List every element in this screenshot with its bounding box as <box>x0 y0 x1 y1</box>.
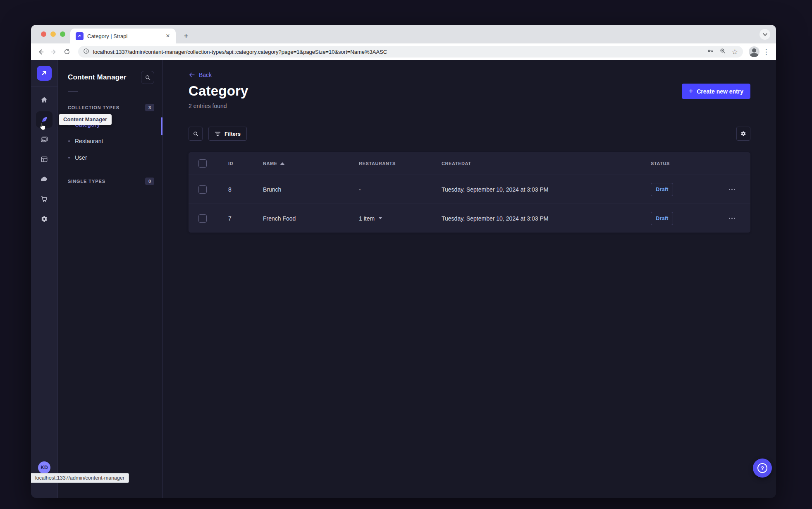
entries-table: ID NAME RESTAURANTS CREATEDAT STATUS 8 B… <box>189 152 750 233</box>
status-badge: Draft <box>651 183 673 196</box>
cell-createdat: Tuesday, September 10, 2024 at 3:03 PM <box>442 215 651 222</box>
site-info-icon[interactable] <box>83 48 89 56</box>
strapi-favicon <box>76 32 84 40</box>
strapi-app: KD Content Manager COLLECTION TYPES 3 Ca… <box>31 60 776 498</box>
filter-icon <box>215 131 221 137</box>
chevron-down-icon <box>379 217 382 219</box>
bullet-icon <box>68 140 70 142</box>
back-link[interactable]: Back <box>189 72 212 78</box>
browser-window: Category | Strapi × + localhost:1337/adm… <box>31 25 776 498</box>
single-types-label: SINGLE TYPES <box>68 179 105 184</box>
entries-count: 2 entries found <box>189 103 248 109</box>
browser-profile-avatar[interactable] <box>749 46 759 57</box>
reload-icon[interactable] <box>62 46 72 57</box>
nav-media-library[interactable] <box>34 130 54 149</box>
cell-restaurants-expand[interactable]: 1 item <box>359 215 442 222</box>
new-tab-button[interactable]: + <box>181 31 191 41</box>
nav-settings[interactable] <box>34 209 54 229</box>
cell-restaurants: - <box>359 186 442 193</box>
gear-icon <box>740 130 747 137</box>
user-avatar[interactable]: KD <box>38 461 50 474</box>
header-createdat[interactable]: CREATEDAT <box>442 161 651 166</box>
row-checkbox[interactable] <box>198 185 207 194</box>
row-actions-button[interactable] <box>713 189 750 190</box>
rail-divider <box>31 86 57 86</box>
tab-title: Category | Strapi <box>87 33 160 39</box>
mouse-cursor <box>38 122 46 132</box>
page-title: Category <box>189 83 248 99</box>
plus-icon: + <box>689 87 693 94</box>
link-preview-status-bar: localhost:1337/admin/content-manager <box>31 473 129 483</box>
cell-id: 8 <box>228 186 263 193</box>
table-row[interactable]: 8 Brunch - Tuesday, September 10, 2024 a… <box>189 175 750 204</box>
select-all-checkbox[interactable] <box>198 159 207 168</box>
subnav-item-user[interactable]: User <box>58 149 162 166</box>
password-key-icon[interactable] <box>707 47 714 56</box>
table-header-row: ID NAME RESTAURANTS CREATEDAT STATUS <box>189 152 750 175</box>
browser-menu-icon[interactable]: ⋮ <box>762 48 770 56</box>
cell-name: French Food <box>263 215 359 222</box>
bookmark-star-icon[interactable]: ☆ <box>732 48 738 55</box>
maximize-window-button[interactable] <box>60 31 65 37</box>
minimize-window-button[interactable] <box>50 31 56 37</box>
cell-id: 7 <box>228 215 263 222</box>
single-types-count-badge: 0 <box>145 178 154 185</box>
collection-types-label: COLLECTION TYPES <box>68 105 119 110</box>
close-tab-icon[interactable]: × <box>164 32 172 40</box>
cell-name: Brunch <box>263 186 359 193</box>
subnav-title: Content Manager <box>68 73 127 82</box>
create-new-entry-button[interactable]: + Create new entry <box>682 84 750 99</box>
filters-button[interactable]: Filters <box>208 127 247 141</box>
row-checkbox[interactable] <box>198 214 207 223</box>
nav-cloud[interactable] <box>34 169 54 189</box>
omnibox-icons: ☆ <box>707 47 738 56</box>
nav-home[interactable] <box>34 90 54 110</box>
nav-content-type-builder[interactable] <box>34 149 54 169</box>
subnav-divider <box>68 91 78 92</box>
table-row[interactable]: 7 French Food 1 item Tuesday, September … <box>189 204 750 233</box>
close-window-button[interactable] <box>41 31 46 37</box>
header-restaurants[interactable]: RESTAURANTS <box>359 161 442 166</box>
url-text[interactable]: localhost:1337/admin/content-manager/col… <box>93 49 703 55</box>
header-name[interactable]: NAME <box>263 161 359 166</box>
nav-tooltip: Content Manager <box>59 114 112 125</box>
browser-tab[interactable]: Category | Strapi × <box>70 29 176 43</box>
url-bar[interactable]: localhost:1337/admin/content-manager/col… <box>78 46 743 58</box>
zoom-icon[interactable] <box>719 48 726 56</box>
forward-icon[interactable] <box>48 46 59 57</box>
active-item-indicator <box>161 117 162 135</box>
row-actions-button[interactable] <box>713 218 750 219</box>
status-badge: Draft <box>651 212 673 225</box>
main-content: Back Category 2 entries found + Create n… <box>163 60 776 498</box>
nav-marketplace[interactable] <box>34 189 54 209</box>
back-icon[interactable] <box>35 46 46 57</box>
strapi-logo[interactable] <box>37 66 52 81</box>
window-controls <box>41 31 65 37</box>
question-mark-icon: ? <box>757 463 767 473</box>
search-button[interactable] <box>189 127 203 141</box>
bullet-icon <box>68 157 70 158</box>
tab-search-button[interactable] <box>759 29 770 40</box>
help-button[interactable]: ? <box>753 459 772 478</box>
sort-asc-icon <box>280 162 284 165</box>
cell-createdat: Tuesday, September 10, 2024 at 3:03 PM <box>442 186 651 193</box>
back-arrow-icon <box>189 72 195 78</box>
tab-strip: Category | Strapi × + <box>31 25 776 43</box>
subnav-item-restaurant[interactable]: Restaurant <box>58 133 162 149</box>
header-id[interactable]: ID <box>228 161 263 166</box>
browser-toolbar: localhost:1337/admin/content-manager/col… <box>31 43 776 60</box>
content-manager-subnav: Content Manager COLLECTION TYPES 3 Categ… <box>58 60 163 498</box>
header-status[interactable]: STATUS <box>651 161 713 166</box>
subnav-search-button[interactable] <box>141 71 154 84</box>
search-icon <box>193 131 199 137</box>
collection-types-count-badge: 3 <box>145 104 154 111</box>
list-action-bar: Filters <box>189 127 750 141</box>
view-settings-button[interactable] <box>736 127 750 141</box>
